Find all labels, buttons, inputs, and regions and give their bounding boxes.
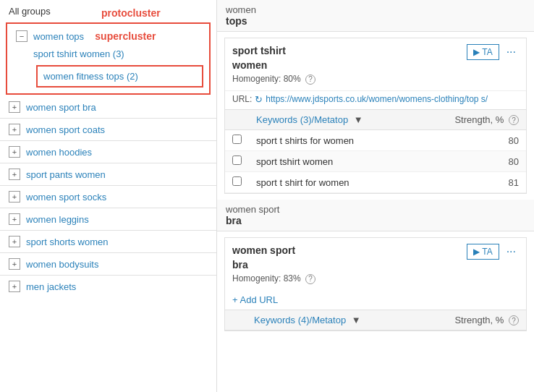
strength-cell: 80 (417, 151, 526, 172)
homogeneity2-help-icon[interactable]: ? (305, 274, 315, 284)
keywords-header-link2[interactable]: Keywords (4)/Metatop (254, 315, 349, 325)
plus-icon: + (9, 124, 20, 135)
supercluster-box: − women tops supercluster sport tshirt w… (6, 22, 211, 95)
supercluster-name: women tops (33, 31, 84, 42)
sub-item[interactable]: sport tshirt women (3) (7, 46, 209, 62)
table-row: sport t shirt for women 81 (225, 172, 526, 193)
section2-breadcrumb1: women sport (226, 204, 279, 215)
ta-button2[interactable]: ▶ TA (467, 244, 499, 260)
group-item-sport-shorts-women[interactable]: + sport shorts women (0, 232, 216, 251)
group-item-women-leggins[interactable]: + women leggins (0, 210, 216, 229)
group-item-women-sport-socks[interactable]: + women sport socks (0, 187, 216, 206)
card1-header: sport tshirt women Homogenity: 80% ? ▶ T… (225, 38, 526, 90)
card2-homogeneity: Homogenity: 83% ? (232, 273, 467, 284)
table-row: sport t shirts for women 80 (225, 130, 526, 151)
url-label: URL: (232, 94, 252, 104)
group-name: women hoodies (26, 147, 92, 158)
group-item-men-jackets[interactable]: + men jackets (0, 277, 216, 296)
plus-icon: + (9, 281, 20, 292)
more-button[interactable]: ··· (504, 44, 519, 60)
section2-breadcrumb2: bra (226, 215, 242, 226)
group-name: women sport bra (26, 102, 96, 113)
ta-button[interactable]: ▶ TA (467, 44, 499, 60)
url-row: URL: ↻ https://www.jdsports.co.uk/women/… (225, 90, 526, 109)
card1-actions: ▶ TA ··· (467, 44, 519, 60)
keywords-table2: Keywords (4)/Metatop ▼ Strength, % ? (225, 310, 526, 331)
group-name: women sport socks (26, 192, 106, 203)
cluster-item[interactable]: women fitness tops (2) (38, 68, 202, 85)
right-panel: women tops sport tshirt women Homogenity… (217, 0, 534, 392)
keywords-header-link[interactable]: Keywords (3)/Metatop (256, 114, 351, 125)
url-link[interactable]: https://www.jdsports.co.uk/women/womens-… (266, 94, 488, 104)
keyword-cell: sport t shirts for women (249, 130, 417, 151)
plus-icon: + (9, 236, 20, 247)
card1: sport tshirt women Homogenity: 80% ? ▶ T… (224, 38, 527, 194)
row-checkbox-cell (225, 151, 249, 172)
section1-breadcrumb1: women (226, 4, 256, 15)
cluster-box: women fitness tops (2) cluster (36, 65, 203, 88)
plus-icon: + (9, 101, 20, 113)
group-name: sport pants women (26, 169, 106, 180)
strength2-help-icon[interactable]: ? (509, 315, 519, 325)
card2-title-area: women sport bra Homogenity: 83% ? (232, 244, 467, 284)
strength-cell: 81 (417, 172, 526, 193)
supercluster-label: supercluster (95, 30, 156, 42)
card2-title: women sport bra (232, 244, 467, 272)
card1-homogeneity: Homogenity: 80% ? (232, 74, 467, 85)
section1-header: women tops (217, 0, 534, 32)
group-name: men jackets (26, 281, 76, 292)
group-item-sport-pants-women[interactable]: + sport pants women (0, 165, 216, 184)
strength-cell: 80 (417, 130, 526, 151)
row-checkbox[interactable] (232, 135, 242, 144)
refresh-icon[interactable]: ↻ (255, 94, 263, 105)
card2-header: women sport bra Homogenity: 83% ? ▶ TA ·… (225, 238, 526, 290)
sort-arrow2-icon: ▼ (352, 315, 361, 325)
checkbox-header (225, 109, 249, 130)
strength-header: Strength, % ? (417, 109, 526, 130)
group-name: women sport coats (26, 124, 105, 135)
keyword-cell: sport tshirt women (249, 151, 417, 172)
sort-arrow-icon: ▼ (354, 114, 363, 125)
group-item-women-bodysuits[interactable]: + women bodysuits (0, 255, 216, 273)
group-name: women bodysuits (26, 259, 98, 270)
keywords-header: Keywords (3)/Metatop ▼ (249, 109, 417, 130)
strength-help-icon[interactable]: ? (509, 115, 519, 125)
plus-icon: + (9, 146, 20, 158)
group-item-women-hoodies[interactable]: + women hoodies (0, 142, 216, 161)
group-name: women leggins (26, 214, 89, 225)
group-item-women-sport-coats[interactable]: + women sport coats (0, 120, 216, 139)
all-groups-header: All groups protocluster (0, 0, 216, 22)
row-checkbox[interactable] (232, 155, 242, 165)
card1-title: sport tshirt women (232, 44, 467, 72)
all-groups-label: All groups (9, 6, 51, 17)
plus-icon: + (9, 191, 20, 203)
more-button2[interactable]: ··· (504, 244, 519, 260)
card2-actions: ▶ TA ··· (467, 244, 519, 260)
minus-icon: − (16, 30, 27, 42)
checkbox-header2 (225, 310, 247, 331)
plus-icon: + (9, 169, 20, 180)
plus-icon: + (9, 213, 20, 225)
supercluster-item[interactable]: − women tops supercluster (7, 27, 209, 46)
section2-header: women sport bra (217, 200, 534, 231)
group-item-women-sport-bra[interactable]: + women sport bra (0, 98, 216, 116)
row-checkbox[interactable] (232, 176, 242, 186)
keywords-table1: Keywords (3)/Metatop ▼ Strength, % ? spo… (225, 109, 526, 194)
card2: women sport bra Homogenity: 83% ? ▶ TA ·… (224, 237, 527, 331)
protocluster-label: protocluster (101, 7, 161, 19)
add-url[interactable]: + Add URL (225, 290, 526, 310)
homogeneity-help-icon[interactable]: ? (305, 74, 315, 85)
plus-icon: + (9, 258, 20, 270)
keywords-header2: Keywords (4)/Metatop ▼ (247, 310, 416, 331)
card1-title-area: sport tshirt women Homogenity: 80% ? (232, 44, 467, 85)
row-checkbox-cell (225, 172, 249, 193)
row-checkbox-cell (225, 130, 249, 151)
strength-header2: Strength, % ? (416, 310, 526, 331)
group-name: sport shorts women (26, 237, 108, 247)
section1-breadcrumb2: tops (226, 15, 247, 27)
left-panel: All groups protocluster − women tops sup… (0, 0, 217, 392)
keyword-cell: sport t shirt for women (249, 172, 417, 193)
table-row: sport tshirt women 80 (225, 151, 526, 172)
